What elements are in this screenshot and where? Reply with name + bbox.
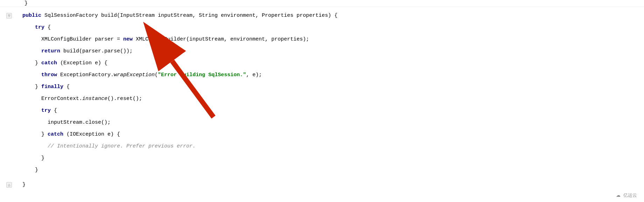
code-line-6: throw ExceptionFactory.wrapException("Er… (0, 69, 644, 81)
text-span: (Exception e) { (57, 60, 107, 66)
code-line-1: ▽ public SqlSessionFactory build(InputSt… (0, 10, 644, 22)
comment-ignore: // Intentionally ignore. Prefer previous… (48, 143, 196, 149)
keyword-public: public (22, 13, 41, 19)
fold-button-1[interactable]: ▽ (6, 13, 12, 19)
line-content-bottom: } (21, 179, 644, 191)
text-span: { (44, 24, 51, 30)
text-span: build(parser.parse()); (60, 48, 133, 54)
line-content-8: ErrorContext.instance().reset(); (21, 93, 644, 105)
keyword-finally: finally (41, 84, 63, 90)
line-content-5: } catch (Exception e) { (21, 57, 644, 69)
code-line-13: } (0, 152, 644, 164)
fold-button-bottom[interactable]: △ (6, 182, 12, 188)
text-span: (IOException e) { (63, 131, 120, 137)
line-gutter-bottom: △ (0, 182, 21, 188)
text-span-2: t(); (130, 96, 142, 102)
text-span: { (63, 84, 70, 90)
line-content-4: return build(parser.parse()); (21, 45, 644, 57)
watermark-icon: ☁ (616, 193, 621, 198)
keyword-return: return (41, 48, 60, 54)
code-line-bottom: △ } (0, 179, 644, 191)
keyword-catch-1: catch (41, 60, 57, 66)
line-content-3: XMLConfigBuilder parser = new XMLConfigB… (21, 34, 644, 45)
top-partial-line: } (0, 0, 644, 7)
line-content-1: public SqlSessionFactory build(InputStre… (21, 10, 644, 22)
code-area: ▽ public SqlSessionFactory build(InputSt… (0, 7, 644, 179)
line-content-9: try { (21, 105, 644, 117)
text-span-2: ( (155, 72, 158, 78)
code-line-8: ErrorContext.instance().reset(); (0, 93, 644, 105)
watermark: ☁ 亿运云 (616, 192, 637, 199)
code-line-14: } (0, 164, 644, 176)
text-span: SqlSessionFactory build(InputStream inpu… (41, 13, 337, 19)
code-line-10: inputStream.close(); (0, 117, 644, 129)
keyword-catch-2: catch (48, 131, 63, 137)
code-line-2: try { (0, 22, 644, 34)
code-line-5: } catch (Exception e) { (0, 57, 644, 69)
line-gutter-1: ▽ (0, 13, 21, 19)
code-line-9: try { (0, 105, 644, 117)
code-container: } ▽ public SqlSessionFactory build(Input… (0, 0, 644, 202)
string-error-msg: "Error building SqlSession." (158, 72, 246, 78)
text-span-3: , e); (246, 72, 262, 78)
code-line-11: } catch (IOException e) { (0, 129, 644, 140)
line-content-14: } (21, 164, 644, 176)
line-content-7: } finally { (21, 81, 644, 93)
line-content-6: throw ExceptionFactory.wrapException("Er… (21, 69, 644, 81)
text-italic: rapException (117, 72, 155, 78)
text-span: { (51, 108, 57, 114)
keyword-throw: throw (41, 72, 57, 78)
line-content-10: inputStream.close(); (21, 117, 644, 129)
line-content-13: } (21, 152, 644, 164)
text-span: ExceptionFactory.w (57, 72, 117, 78)
code-line-7: } finally { (0, 81, 644, 93)
code-line-3: XMLConfigBuilder parser = new XMLConfigB… (0, 34, 644, 45)
text-span: ().rese (107, 96, 130, 102)
keyword-try-2: try (41, 108, 51, 114)
watermark-text: 亿运云 (623, 193, 637, 198)
text-italic-instance: instance (82, 96, 107, 102)
keyword-try-1: try (35, 24, 44, 30)
line-content-11: } catch (IOException e) { (21, 129, 644, 140)
line-content-12: // Intentionally ignore. Prefer previous… (21, 140, 644, 152)
code-line-12: // Intentionally ignore. Prefer previous… (0, 140, 644, 152)
keyword-new: new (123, 36, 133, 42)
line-content-2: try { (21, 22, 644, 34)
text-span: XMLConfigBuilder(inputStream, environmen… (133, 36, 309, 42)
code-line-4: return build(parser.parse()); (0, 45, 644, 57)
